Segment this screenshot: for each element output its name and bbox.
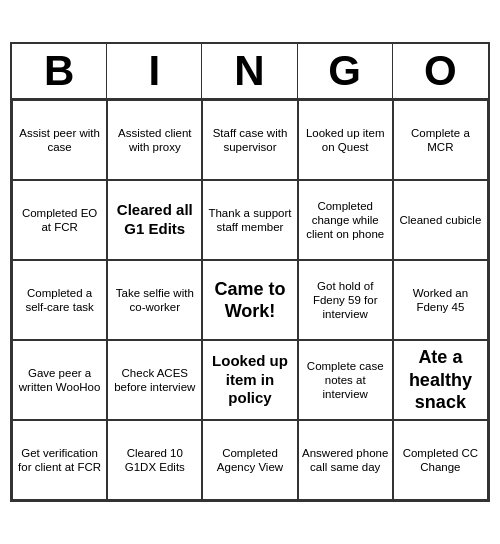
bingo-cell: Assist peer with case xyxy=(12,100,107,180)
bingo-letter: O xyxy=(393,44,488,98)
bingo-grid: Assist peer with caseAssisted client wit… xyxy=(12,100,488,500)
bingo-cell: Answered phone call same day xyxy=(298,420,393,500)
bingo-cell: Complete case notes at interview xyxy=(298,340,393,420)
bingo-letter: N xyxy=(202,44,297,98)
bingo-cell: Looked up item on Quest xyxy=(298,100,393,180)
bingo-cell: Completed EO at FCR xyxy=(12,180,107,260)
bingo-cell: Completed Agency View xyxy=(202,420,297,500)
bingo-letter: G xyxy=(298,44,393,98)
bingo-letter: B xyxy=(12,44,107,98)
bingo-cell: Got hold of Fdeny 59 for interview xyxy=(298,260,393,340)
bingo-cell: Take selfie with co-worker xyxy=(107,260,202,340)
bingo-cell: Thank a support staff member xyxy=(202,180,297,260)
bingo-cell: Came to Work! xyxy=(202,260,297,340)
bingo-cell: Complete a MCR xyxy=(393,100,488,180)
bingo-cell: Assisted client with proxy xyxy=(107,100,202,180)
bingo-cell: Cleared 10 G1DX Edits xyxy=(107,420,202,500)
bingo-card: BINGO Assist peer with caseAssisted clie… xyxy=(10,42,490,502)
bingo-cell: Looked up item in policy xyxy=(202,340,297,420)
bingo-cell: Check ACES before interview xyxy=(107,340,202,420)
bingo-cell: Gave peer a written WooHoo xyxy=(12,340,107,420)
bingo-cell: Completed a self-care task xyxy=(12,260,107,340)
bingo-cell: Staff case with supervisor xyxy=(202,100,297,180)
bingo-cell: Cleaned cubicle xyxy=(393,180,488,260)
bingo-header: BINGO xyxy=(12,44,488,100)
bingo-cell: Completed change while client on phone xyxy=(298,180,393,260)
bingo-cell: Completed CC Change xyxy=(393,420,488,500)
bingo-cell: Cleared all G1 Edits xyxy=(107,180,202,260)
bingo-letter: I xyxy=(107,44,202,98)
bingo-cell: Worked an Fdeny 45 xyxy=(393,260,488,340)
bingo-cell: Get verification for client at FCR xyxy=(12,420,107,500)
bingo-cell: Ate a healthy snack xyxy=(393,340,488,420)
